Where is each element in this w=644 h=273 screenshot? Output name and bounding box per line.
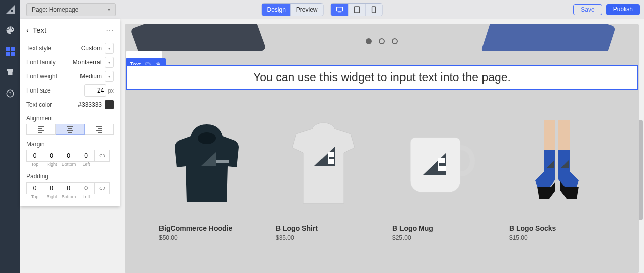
- svg-rect-7: [11, 52, 15, 56]
- font-weight-value: Medium: [80, 73, 102, 80]
- svg-rect-5: [11, 47, 15, 51]
- text-color-label: Text color: [26, 101, 52, 108]
- padding-right-input[interactable]: 0: [43, 182, 60, 194]
- save-button[interactable]: Save: [573, 4, 602, 15]
- preview-mode-button[interactable]: Preview: [291, 4, 323, 16]
- font-family-label: Font family: [26, 59, 56, 66]
- align-right-button[interactable]: [85, 124, 114, 135]
- product-title: B Logo Shirt: [276, 224, 371, 232]
- product-title: BigCommerce Hoodie: [159, 224, 255, 232]
- mode-segment: Design Preview: [261, 3, 323, 16]
- svg-rect-13: [216, 160, 229, 163]
- padding-bottom-input[interactable]: 0: [60, 182, 77, 194]
- page-surface[interactable]: Text You can use this widget to input te…: [125, 24, 639, 273]
- text-widget-frame[interactable]: You can use this widget to input text in…: [126, 65, 638, 90]
- product-card[interactable]: B Logo Shirt $35.00: [276, 116, 371, 241]
- product-image: [509, 116, 605, 211]
- widget-tab-cap: [126, 51, 162, 58]
- padding-top-input[interactable]: 0: [26, 182, 43, 194]
- product-grid: BigCommerce Hoodie $50.00 B Logo Shirt $…: [125, 116, 639, 241]
- product-image: [276, 116, 371, 211]
- align-center-button[interactable]: [56, 124, 85, 135]
- text-style-value: Custom: [81, 45, 102, 52]
- tablet-device-button[interactable]: [348, 4, 365, 16]
- product-card[interactable]: B Logo Mug $25.00: [392, 116, 488, 241]
- properties-panel: ‹ Text ⋯ Text style Custom ▾ Font family…: [20, 19, 120, 206]
- page-selector[interactable]: Page: Homepage ▾: [26, 3, 116, 16]
- editor-canvas: Text You can use this widget to input te…: [120, 19, 644, 273]
- hero-image-right: [481, 24, 616, 51]
- padding-link-icon[interactable]: [95, 182, 110, 194]
- product-card[interactable]: BigCommerce Hoodie $50.00: [159, 116, 255, 241]
- font-size-label: Font size: [26, 87, 51, 94]
- caret-down-icon: ▾: [108, 7, 110, 12]
- align-left-button[interactable]: [26, 124, 56, 135]
- product-title: B Logo Socks: [509, 224, 605, 232]
- font-size-unit: px: [108, 87, 114, 94]
- margin-label: Margin: [20, 138, 120, 149]
- page-selector-label: Page: Homepage: [32, 6, 78, 13]
- padding-right-sublabel: Right: [43, 194, 60, 199]
- font-family-value: Montserrat: [73, 59, 102, 66]
- mobile-device-button[interactable]: [365, 4, 382, 16]
- help-icon[interactable]: ?: [4, 87, 16, 100]
- more-options-icon[interactable]: ⋯: [106, 25, 114, 35]
- svg-rect-0: [336, 7, 342, 11]
- svg-text:?: ?: [9, 91, 11, 96]
- padding-bottom-sublabel: Bottom: [60, 194, 77, 199]
- margin-bottom-sublabel: Bottom: [60, 162, 77, 167]
- back-chevron-icon[interactable]: ‹: [26, 26, 29, 34]
- panel-title: Text: [33, 26, 47, 34]
- product-price: $25.00: [392, 234, 488, 241]
- hero-banner: [125, 24, 639, 51]
- svg-rect-6: [6, 52, 10, 56]
- font-family-dropdown[interactable]: ▾: [105, 57, 114, 68]
- svg-rect-1: [338, 11, 341, 12]
- palette-icon[interactable]: [4, 24, 16, 36]
- margin-left-input[interactable]: 0: [77, 150, 95, 162]
- product-card[interactable]: B Logo Socks $15.00: [509, 116, 605, 241]
- desktop-device-button[interactable]: [331, 4, 348, 16]
- hero-image-left: [130, 24, 266, 51]
- margin-link-icon[interactable]: [95, 150, 110, 162]
- margin-top-input[interactable]: 0: [26, 150, 43, 162]
- product-price: $50.00: [159, 234, 255, 241]
- padding-left-sublabel: Left: [77, 194, 95, 199]
- svg-rect-4: [6, 47, 10, 51]
- product-image: [392, 116, 488, 211]
- text-widget-content[interactable]: You can use this widget to input text in…: [137, 71, 627, 84]
- margin-right-input[interactable]: 0: [43, 150, 60, 162]
- product-price: $35.00: [276, 234, 371, 241]
- margin-left-sublabel: Left: [77, 162, 95, 167]
- text-color-value: #333333: [78, 101, 102, 108]
- text-style-label: Text style: [26, 45, 51, 52]
- alignment-label: Alignment: [20, 112, 120, 123]
- margin-right-sublabel: Right: [43, 162, 60, 167]
- padding-top-sublabel: Top: [26, 194, 43, 199]
- publish-button[interactable]: Publish: [606, 4, 640, 15]
- widgets-icon[interactable]: [4, 45, 16, 57]
- left-nav-sidebar: ?: [0, 0, 20, 273]
- canvas-scrollbar[interactable]: [639, 120, 643, 220]
- carousel-dot-1[interactable]: [366, 38, 372, 44]
- svg-rect-3: [372, 7, 376, 13]
- product-title: B Logo Mug: [392, 224, 488, 232]
- svg-rect-2: [354, 7, 359, 13]
- svg-point-12: [198, 132, 216, 144]
- font-weight-dropdown[interactable]: ▾: [105, 71, 114, 82]
- brand-logo[interactable]: [0, 0, 20, 19]
- margin-bottom-input[interactable]: 0: [60, 150, 77, 162]
- product-image: [159, 116, 255, 211]
- carousel-dots[interactable]: [366, 38, 398, 44]
- margin-top-sublabel: Top: [26, 162, 43, 167]
- font-size-input[interactable]: [84, 84, 106, 97]
- storefront-icon[interactable]: [4, 66, 16, 78]
- text-style-dropdown[interactable]: ▾: [105, 43, 114, 54]
- padding-left-input[interactable]: 0: [77, 182, 95, 194]
- carousel-dot-3[interactable]: [392, 38, 398, 44]
- text-color-swatch[interactable]: [105, 100, 114, 109]
- carousel-dot-2[interactable]: [379, 38, 385, 44]
- product-price: $15.00: [509, 234, 605, 241]
- design-mode-button[interactable]: Design: [262, 4, 290, 16]
- device-segment: [331, 3, 383, 16]
